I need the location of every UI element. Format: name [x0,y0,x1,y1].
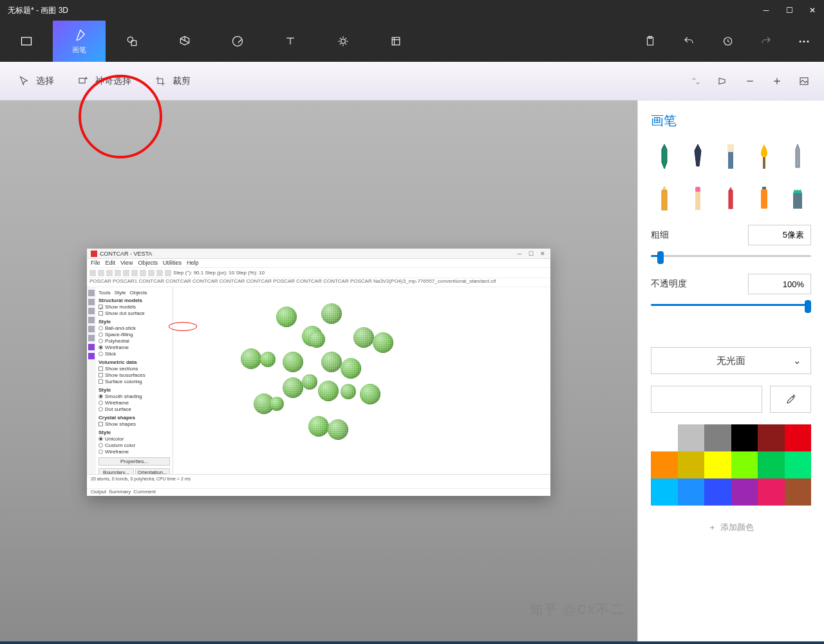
color-swatch[interactable] [704,478,731,506]
select-tool[interactable]: 选择 [9,70,63,92]
brush-grid [651,141,811,213]
annotation-circle [79,75,162,158]
color-swatch[interactable] [785,451,812,478]
svg-rect-5 [392,37,400,45]
taskbar [0,641,824,644]
main-toolbar: 画笔 ••• [0,21,824,62]
brush-panel: 画笔 粗细 不透明度 [637,100,824,644]
current-color[interactable] [651,386,762,413]
watercolor-brush[interactable] [751,141,778,172]
color-swatch[interactable] [758,478,785,506]
redo-button[interactable] [747,21,785,62]
history-button[interactable] [708,21,747,62]
more-button[interactable]: ••• [785,21,824,62]
vesta-menubar: FileEditViewObjectsUtilitiesHelp [87,259,550,268]
vesta-file-tabs: POSCAR POSCAR1 CONTCAR CONTCAR CONTCAR C… [87,278,550,287]
calligraphy-brush[interactable] [684,141,711,172]
annotation-oval [169,322,197,331]
thickness-input[interactable] [748,225,811,245]
vesta-3d-view [173,287,550,474]
zoom-out-icon[interactable] [739,70,761,92]
plus-icon: ＋ [708,522,716,533]
2d-shapes-tab[interactable] [106,21,158,62]
3d-shapes-tab[interactable] [158,21,211,62]
svg-rect-12 [728,152,733,169]
vesta-style-panel: ToolsStyleObjects Structural models Show… [96,287,173,474]
vesta-app-icon [91,251,97,257]
canvas-tab[interactable] [370,21,422,62]
color-swatch[interactable] [731,451,758,478]
vesta-bottom-tabs: OutputSummaryComment [87,488,550,496]
color-swatches [651,424,811,506]
color-swatch[interactable] [678,451,705,478]
vesta-log: 20 atoms, 0 bonds, 0 polyhedra; CPU time… [87,474,550,488]
thickness-slider[interactable] [651,249,811,262]
vesta-maximize: ☐ [527,251,535,257]
color-swatch[interactable] [704,424,731,451]
text-tab[interactable] [264,21,317,62]
color-swatch[interactable] [678,424,705,451]
spray-brush[interactable] [751,182,778,213]
menu-button[interactable] [0,21,53,62]
eraser-brush[interactable] [684,182,711,213]
vesta-title: CONTCAR - VESTA [100,251,512,257]
eyedropper-button[interactable] [770,386,811,413]
color-swatch[interactable] [785,478,812,506]
svg-point-3 [233,37,243,46]
svg-rect-19 [761,189,767,209]
flat-brush[interactable] [718,141,745,172]
opacity-input[interactable] [748,274,811,294]
svg-rect-16 [695,192,700,210]
svg-point-4 [341,39,346,44]
color-swatch[interactable] [731,424,758,451]
window-title: 无标题* - 画图 3D [8,5,68,16]
minimize-button[interactable]: ─ [762,6,770,14]
color-swatch[interactable] [785,424,812,451]
opacity-slider[interactable] [651,298,811,311]
chevron-down-icon: ⌄ [793,355,801,366]
undo-button[interactable] [670,21,708,62]
svg-rect-0 [22,37,32,45]
surface-dropdown[interactable]: 无光面 ⌄ [651,347,811,374]
vesta-window: CONTCAR - VESTA ─ ☐ ✕ FileEditViewObject… [87,249,550,496]
vesta-minimize: ─ [516,251,523,257]
color-swatch[interactable] [651,424,678,451]
canvas-area[interactable]: CONTCAR - VESTA ─ ☐ ✕ FileEditViewObject… [0,100,637,644]
pen-brush[interactable] [784,141,811,172]
perspective-icon[interactable] [712,70,734,92]
add-color-button[interactable]: ＋ 添加颜色 [651,517,811,538]
pencil-brush[interactable] [651,182,678,213]
paste-button[interactable] [631,21,670,62]
color-swatch[interactable] [758,451,785,478]
flip-icon[interactable] [685,70,707,92]
crop-tool[interactable]: 裁剪 [145,70,200,92]
panel-title: 画笔 [651,112,811,129]
color-swatch[interactable] [704,451,731,478]
color-swatch[interactable] [678,478,705,506]
svg-point-1 [127,37,133,42]
color-swatch[interactable] [758,424,785,451]
image-icon[interactable] [793,70,815,92]
color-swatch[interactable] [651,478,678,506]
svg-rect-9 [79,78,85,83]
vesta-close: ✕ [539,251,547,257]
svg-rect-11 [727,144,734,152]
svg-rect-20 [793,193,802,209]
close-button[interactable]: ✕ [809,6,816,14]
svg-rect-14 [662,191,667,210]
fill-brush[interactable] [784,182,811,213]
color-swatch[interactable] [651,451,678,478]
vesta-toolbar: Step (°): 90.1 Step (px): 10 Step (%): 1… [87,268,550,278]
svg-rect-15 [695,187,700,192]
brush-tab[interactable]: 画笔 [53,21,106,62]
color-swatch[interactable] [731,478,758,506]
zoom-in-icon[interactable] [766,70,788,92]
effects-tab[interactable] [317,21,370,62]
titlebar: 无标题* - 画图 3D ─ ☐ ✕ [0,0,824,21]
crayon-brush[interactable] [718,182,745,213]
maximize-button[interactable]: ☐ [785,6,793,14]
svg-rect-18 [762,187,766,189]
stickers-tab[interactable] [211,21,264,62]
marker-brush[interactable] [651,141,678,172]
thickness-label: 粗细 [651,229,669,241]
